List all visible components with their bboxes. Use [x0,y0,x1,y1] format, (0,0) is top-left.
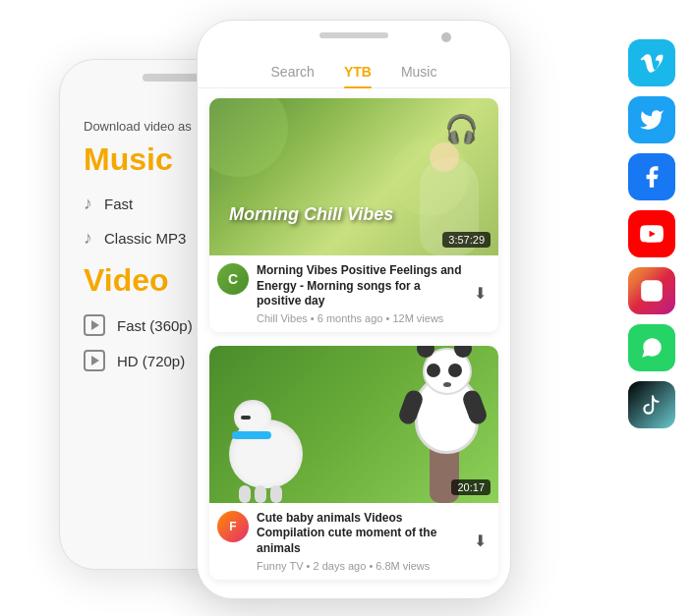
video-meta-2: Cute baby animals Videos Compilation cut… [257,511,462,572]
phone-notch [143,74,202,82]
phone-front: Search YTB Music 🎧 [197,20,511,599]
video-title-1: Morning Vibes Positive Feelings and Ener… [257,263,462,309]
duration-badge-2: 20:17 [451,479,491,495]
headphones-icon: 🎧 [444,113,479,145]
panda-ear-right [454,346,472,358]
tab-bar: Search YTB Music [198,56,510,88]
twitter-icon[interactable] [628,96,675,143]
video-card-1: 🎧 Morning Chill Vibes 3:57:29 C [209,98,498,332]
tab-music[interactable]: Music [401,64,437,87]
avatar-1: C [217,263,249,295]
video-sub-2: Funny TV • 2 days ago • 6.8M views [257,560,462,572]
phone-front-notch [319,32,388,38]
channel-name-2: Funny TV [257,560,304,572]
panda-nose [443,382,451,387]
fast-360p-label: Fast (360p) [117,317,193,334]
video-play-icon-1 [84,314,105,336]
duration-badge-1: 3:57:29 [442,232,491,248]
girl-head [430,142,459,172]
video-meta-1: Morning Vibes Positive Feelings and Ener… [257,263,462,324]
hd-720p-label: HD (720p) [117,353,185,369]
lamb-head [234,400,271,434]
svg-rect-1 [641,280,663,302]
panda-eye-right [448,364,462,377]
thumbnail-1: 🎧 Morning Chill Vibes 3:57:29 [209,98,498,255]
lamb-area [209,346,354,503]
music-note-icon: ♪ [84,194,92,214]
lamb-collar [232,431,271,439]
video-info-2: F Cute baby animals Videos Compilation c… [209,503,498,580]
time-ago-2: 2 days ago [313,560,366,572]
thumbnail-text-1: Morning Chill Vibes [229,204,393,226]
video-sub-1: Chill Vibes • 6 months ago • 12M views [257,312,462,324]
scene: Download video as Music ♪ Fast ♪ Classic… [0,0,693,616]
phone-front-camera [441,32,451,42]
lamb-leg-2 [255,485,266,503]
tab-ytb[interactable]: YTB [344,64,372,87]
separator-1: • [311,312,318,324]
panda-eye-left [427,364,440,377]
views-2: 6.8M views [375,560,430,572]
fast-music-label: Fast [104,196,133,212]
video-info-1: C Morning Vibes Positive Feelings and En… [209,255,498,332]
classic-mp3-label: Classic MP3 [104,230,186,247]
download-btn-2[interactable]: ⬇ [470,530,491,552]
thumbnail-2: 20:17 [209,346,498,503]
download-btn-1[interactable]: ⬇ [470,282,491,305]
whatsapp-icon[interactable] [628,324,675,371]
vimeo-icon[interactable] [628,39,675,86]
tiktok-icon[interactable] [628,381,675,428]
lamb-figure [219,375,327,503]
time-ago-1: 6 months ago [318,312,383,324]
instagram-icon[interactable] [628,267,675,314]
music-note-icon-2: ♪ [84,228,92,249]
channel-name-1: Chill Vibes [257,312,308,324]
phone-content: Search YTB Music 🎧 [198,21,510,598]
lamb-eye-left [241,416,251,420]
lamb-leg-1 [239,485,251,503]
avatar-2: F [217,511,249,542]
facebook-icon[interactable] [628,153,675,200]
social-icons-panel [628,39,675,428]
views-1: 12M views [392,312,443,324]
youtube-icon[interactable] [628,210,675,257]
deco-1 [209,98,288,177]
lamb-leg-3 [270,485,282,503]
video-play-icon-2 [84,350,105,371]
video-title-2: Cute baby animals Videos Compilation cut… [257,511,462,557]
video-list: 🎧 Morning Chill Vibes 3:57:29 C [198,88,510,598]
video-card-2: 20:17 F Cute baby animals Videos Compila… [209,346,498,580]
tab-search[interactable]: Search [271,64,315,87]
